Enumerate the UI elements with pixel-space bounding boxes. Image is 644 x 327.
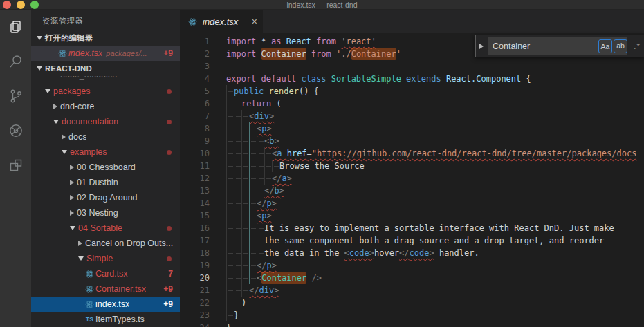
code-token: > (287, 172, 292, 185)
code-line[interactable]: 14</p> (180, 197, 644, 209)
tree-item-simple[interactable]: Simple (31, 251, 180, 266)
react-file-icon (84, 285, 95, 294)
close-tab-icon[interactable]: × (252, 17, 257, 26)
code-token: < (249, 110, 254, 122)
indent-guide (234, 197, 241, 209)
active-indent-guide (249, 234, 257, 247)
code-line[interactable]: 23} (180, 309, 644, 321)
indent-guide (241, 122, 249, 135)
line-number: 17 (180, 234, 210, 247)
code-line[interactable]: 13</b> (180, 185, 644, 197)
find-toggle-replace-icon[interactable] (479, 44, 484, 49)
tree-item-documentation[interactable]: documentation (31, 114, 180, 129)
tree-item-04-sortable[interactable]: 04 Sortable (31, 221, 180, 236)
code-token: p (266, 259, 271, 272)
code-token: Browse the Source (279, 160, 365, 172)
code-line[interactable]: 16It is easy to implement a sortable int… (180, 222, 644, 234)
line-number: 11 (180, 160, 210, 172)
search-icon[interactable] (0, 44, 31, 79)
code-token: </ (257, 259, 266, 272)
root-folder-header[interactable]: REACT-DND (31, 61, 180, 76)
tree-item-itemtypes-ts[interactable]: TSItemTypes.ts (31, 312, 180, 327)
code-line[interactable]: 19</p> (180, 259, 644, 272)
code-token: ) (241, 297, 246, 309)
clipped-tree-item[interactable]: node_modules (31, 76, 180, 84)
code-line[interactable]: 22) (180, 297, 644, 309)
line-number: 24 (180, 321, 210, 327)
code-line[interactable]: 9<b> (180, 135, 644, 147)
regex-toggle[interactable]: .* (630, 39, 644, 53)
tree-item-01-dustbin[interactable]: 01 Dustbin (31, 175, 180, 190)
active-indent-guide (249, 222, 257, 234)
code-token: > (266, 122, 271, 135)
code-line[interactable]: 20<Container /> (180, 272, 644, 284)
tree-item-card-tsx[interactable]: Card.tsx7 (31, 266, 180, 281)
error-dot-badge (167, 89, 172, 94)
tree-item-index-tsx[interactable]: index.tsx+9 (31, 297, 180, 312)
tree-item-cancel-on-drop-outs-[interactable]: Cancel on Drop Outs... (31, 236, 180, 251)
code-line[interactable]: 4export default class SortableSimple ext… (180, 73, 644, 85)
chevron-down-icon (37, 36, 42, 40)
code-token: href (287, 147, 307, 160)
code-line[interactable]: 24} (180, 321, 644, 327)
code-token: < (344, 247, 349, 259)
code-line[interactable]: 5public render() { (180, 85, 644, 97)
tree-item-02-drag-around[interactable]: 02 Drag Around (31, 190, 180, 205)
code-token: p (261, 122, 266, 135)
indent-guide (234, 185, 241, 197)
code-line[interactable]: 12</a> (180, 172, 644, 185)
tree-item-docs[interactable]: docs (31, 129, 180, 144)
explorer-icon[interactable] (0, 10, 31, 44)
problem-count-badge: +9 (163, 299, 173, 309)
indent-guide (226, 272, 234, 284)
debug-icon[interactable] (0, 113, 31, 148)
indent-guide (226, 85, 234, 97)
code-token: </ (399, 247, 409, 259)
indent-guide (257, 135, 264, 147)
indent-guide (226, 247, 234, 259)
vscode-window: index.tsx — react-dnd 资源管理器 打开的编辑器 index… (0, 0, 644, 327)
indent-guide (234, 222, 241, 234)
code-line[interactable]: 17the same component both a drag source … (180, 234, 644, 247)
line-number: 23 (180, 309, 210, 321)
code-line[interactable]: 10<a href="https://github.com/react-dnd/… (180, 147, 644, 160)
code-token: div (254, 110, 269, 122)
code-area[interactable]: 1import * as React from 'react'2import C… (180, 33, 644, 327)
indent-guide (234, 247, 241, 259)
tree-item-packages[interactable]: packages (31, 84, 180, 99)
indent-guide (241, 135, 249, 147)
code-line[interactable]: 21</div> (180, 284, 644, 297)
indent-guide (241, 234, 249, 247)
line-number: 7 (180, 110, 210, 122)
code-token: </ (249, 284, 259, 297)
line-number: 2 (180, 48, 210, 60)
match-case-toggle[interactable]: Aa (598, 39, 612, 53)
open-editors-header[interactable]: 打开的编辑器 (31, 30, 180, 46)
code-line[interactable]: 6return ( (180, 97, 644, 110)
source-control-icon[interactable] (0, 79, 31, 113)
code-token: class (301, 73, 331, 85)
active-indent-guide (249, 135, 257, 147)
tree-item-03-nesting[interactable]: 03 Nesting (31, 205, 180, 221)
code-line[interactable]: 18the data in the <code>hover</code> han… (180, 247, 644, 259)
tree-item-00-chessboard[interactable]: 00 Chessboard (31, 160, 180, 175)
code-line[interactable]: 7<div> (180, 110, 644, 122)
line-number: 8 (180, 122, 210, 135)
tree-item-dnd-core[interactable]: dnd-core (31, 99, 180, 114)
open-editors-list: index.tsxpackages/...+9 (31, 46, 180, 61)
code-token: } (226, 321, 231, 327)
code-line[interactable]: 15<p> (180, 209, 644, 222)
code-line[interactable]: 3 (180, 60, 644, 73)
code-token: </ (272, 172, 282, 185)
code-token: < (264, 135, 269, 147)
code-token: handler. (434, 247, 479, 259)
tree-item-container-tsx[interactable]: Container.tsx+9 (31, 281, 180, 297)
code-line[interactable]: 8<p> (180, 122, 644, 135)
whole-word-toggle[interactable]: ab (614, 39, 627, 53)
tab-index-tsx[interactable]: index.tsx × (180, 10, 263, 33)
extensions-icon[interactable] (0, 148, 31, 183)
code-line[interactable]: 11Browse the Source (180, 160, 644, 172)
tree-item-examples[interactable]: examples (31, 144, 180, 160)
find-input[interactable]: Container Aa ab (488, 37, 627, 55)
open-editor-item[interactable]: index.tsxpackages/...+9 (31, 46, 180, 61)
